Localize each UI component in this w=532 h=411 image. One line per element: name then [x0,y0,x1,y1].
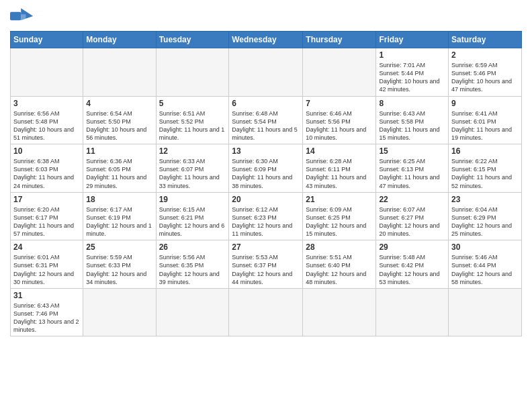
calendar-cell: 17Sunrise: 6:20 AM Sunset: 6:17 PM Dayli… [11,192,83,240]
weekday-header-sunday: Sunday [11,32,83,48]
day-info: Sunrise: 6:56 AM Sunset: 5:48 PM Dayligh… [13,109,80,142]
calendar-cell: 31Sunrise: 6:43 AM Sunset: 7:46 PM Dayli… [11,288,83,336]
week-row-0: 1Sunrise: 7:01 AM Sunset: 5:44 PM Daylig… [11,48,522,97]
day-number: 6 [232,99,300,108]
day-info: Sunrise: 6:04 AM Sunset: 6:29 PM Dayligh… [451,205,519,238]
logo-icon [10,7,34,26]
week-row-5: 31Sunrise: 6:43 AM Sunset: 7:46 PM Dayli… [11,288,522,336]
day-info: Sunrise: 6:43 AM Sunset: 7:46 PM Dayligh… [13,302,80,334]
calendar-cell [83,48,156,97]
calendar-cell: 27Sunrise: 5:53 AM Sunset: 6:37 PM Dayli… [229,240,303,289]
calendar-cell [229,288,303,336]
page: SundayMondayTuesdayWednesdayThursdayFrid… [0,0,532,411]
day-number: 25 [86,242,152,252]
day-number: 3 [13,99,80,108]
day-number: 21 [306,195,373,204]
calendar-cell: 4Sunrise: 6:54 AM Sunset: 5:50 PM Daylig… [83,96,156,144]
calendar-cell [449,288,522,336]
day-info: Sunrise: 5:53 AM Sunset: 6:37 PM Dayligh… [232,253,300,286]
calendar-cell: 16Sunrise: 6:22 AM Sunset: 6:15 PM Dayli… [449,144,522,193]
day-number: 18 [86,195,152,204]
calendar-cell [83,288,156,336]
day-info: Sunrise: 6:20 AM Sunset: 6:17 PM Dayligh… [13,205,80,238]
day-number: 4 [86,99,152,108]
calendar: SundayMondayTuesdayWednesdayThursdayFrid… [10,31,522,336]
calendar-cell [303,288,376,336]
weekday-header-thursday: Thursday [303,32,376,48]
day-number: 15 [379,146,445,156]
calendar-cell: 12Sunrise: 6:33 AM Sunset: 6:07 PM Dayli… [156,144,229,193]
day-info: Sunrise: 6:59 AM Sunset: 5:46 PM Dayligh… [451,61,519,94]
calendar-cell: 25Sunrise: 5:59 AM Sunset: 6:33 PM Dayli… [83,240,156,289]
day-number: 17 [13,195,80,204]
day-number: 7 [306,99,373,108]
calendar-cell: 2Sunrise: 6:59 AM Sunset: 5:46 PM Daylig… [449,48,522,97]
day-info: Sunrise: 6:01 AM Sunset: 6:31 PM Dayligh… [13,253,80,286]
calendar-cell: 1Sunrise: 7:01 AM Sunset: 5:44 PM Daylig… [376,48,449,97]
weekday-header-tuesday: Tuesday [156,32,229,48]
calendar-cell: 3Sunrise: 6:56 AM Sunset: 5:48 PM Daylig… [11,96,83,144]
week-row-2: 10Sunrise: 6:38 AM Sunset: 6:03 PM Dayli… [11,144,522,193]
day-number: 26 [159,242,226,252]
day-number: 27 [232,242,300,252]
calendar-cell [156,288,229,336]
calendar-cell: 21Sunrise: 6:09 AM Sunset: 6:25 PM Dayli… [303,192,376,240]
weekday-header-row: SundayMondayTuesdayWednesdayThursdayFrid… [11,32,522,48]
day-info: Sunrise: 5:48 AM Sunset: 6:42 PM Dayligh… [379,253,445,286]
day-info: Sunrise: 6:15 AM Sunset: 6:21 PM Dayligh… [159,205,226,238]
weekday-header-friday: Friday [376,32,449,48]
day-number: 13 [232,146,300,156]
calendar-cell: 5Sunrise: 6:51 AM Sunset: 5:52 PM Daylig… [156,96,229,144]
day-number: 1 [379,50,445,60]
day-number: 8 [379,99,445,108]
weekday-header-wednesday: Wednesday [229,32,303,48]
day-info: Sunrise: 5:59 AM Sunset: 6:33 PM Dayligh… [86,253,152,286]
logo [10,7,37,26]
day-info: Sunrise: 6:41 AM Sunset: 6:01 PM Dayligh… [451,109,519,142]
day-info: Sunrise: 6:22 AM Sunset: 6:15 PM Dayligh… [451,157,519,190]
day-info: Sunrise: 7:01 AM Sunset: 5:44 PM Dayligh… [379,61,445,94]
day-number: 9 [451,99,519,108]
calendar-cell: 9Sunrise: 6:41 AM Sunset: 6:01 PM Daylig… [449,96,522,144]
calendar-cell: 13Sunrise: 6:30 AM Sunset: 6:09 PM Dayli… [229,144,303,193]
calendar-cell: 20Sunrise: 6:12 AM Sunset: 6:23 PM Dayli… [229,192,303,240]
calendar-cell: 6Sunrise: 6:48 AM Sunset: 5:54 PM Daylig… [229,96,303,144]
calendar-cell: 10Sunrise: 6:38 AM Sunset: 6:03 PM Dayli… [11,144,83,193]
day-info: Sunrise: 6:51 AM Sunset: 5:52 PM Dayligh… [159,109,226,142]
calendar-cell: 15Sunrise: 6:25 AM Sunset: 6:13 PM Dayli… [376,144,449,193]
day-info: Sunrise: 6:28 AM Sunset: 6:11 PM Dayligh… [306,157,373,190]
day-info: Sunrise: 6:36 AM Sunset: 6:05 PM Dayligh… [86,157,152,190]
header [10,7,522,26]
calendar-cell [156,48,229,97]
calendar-cell: 28Sunrise: 5:51 AM Sunset: 6:40 PM Dayli… [303,240,376,289]
calendar-cell: 30Sunrise: 5:46 AM Sunset: 6:44 PM Dayli… [449,240,522,289]
day-number: 23 [451,195,519,204]
day-info: Sunrise: 6:46 AM Sunset: 5:56 PM Dayligh… [306,109,373,142]
day-number: 28 [306,242,373,252]
day-number: 2 [451,50,519,60]
calendar-cell: 22Sunrise: 6:07 AM Sunset: 6:27 PM Dayli… [376,192,449,240]
day-info: Sunrise: 6:09 AM Sunset: 6:25 PM Dayligh… [306,205,373,238]
day-number: 16 [451,146,519,156]
day-info: Sunrise: 6:43 AM Sunset: 5:58 PM Dayligh… [379,109,445,142]
svg-rect-2 [21,14,26,20]
day-info: Sunrise: 6:12 AM Sunset: 6:23 PM Dayligh… [232,205,300,238]
day-info: Sunrise: 6:48 AM Sunset: 5:54 PM Dayligh… [232,109,300,142]
weekday-header-monday: Monday [83,32,156,48]
calendar-cell: 11Sunrise: 6:36 AM Sunset: 6:05 PM Dayli… [83,144,156,193]
day-number: 11 [86,146,152,156]
calendar-cell: 19Sunrise: 6:15 AM Sunset: 6:21 PM Dayli… [156,192,229,240]
calendar-cell [229,48,303,97]
calendar-cell: 7Sunrise: 6:46 AM Sunset: 5:56 PM Daylig… [303,96,376,144]
day-info: Sunrise: 6:33 AM Sunset: 6:07 PM Dayligh… [159,157,226,190]
day-number: 10 [13,146,80,156]
day-number: 29 [379,242,445,252]
day-number: 30 [451,242,519,252]
day-number: 24 [13,242,80,252]
svg-rect-0 [10,12,21,21]
week-row-3: 17Sunrise: 6:20 AM Sunset: 6:17 PM Dayli… [11,192,522,240]
calendar-cell: 24Sunrise: 6:01 AM Sunset: 6:31 PM Dayli… [11,240,83,289]
day-number: 19 [159,195,226,204]
day-info: Sunrise: 6:25 AM Sunset: 6:13 PM Dayligh… [379,157,445,190]
calendar-cell [376,288,449,336]
